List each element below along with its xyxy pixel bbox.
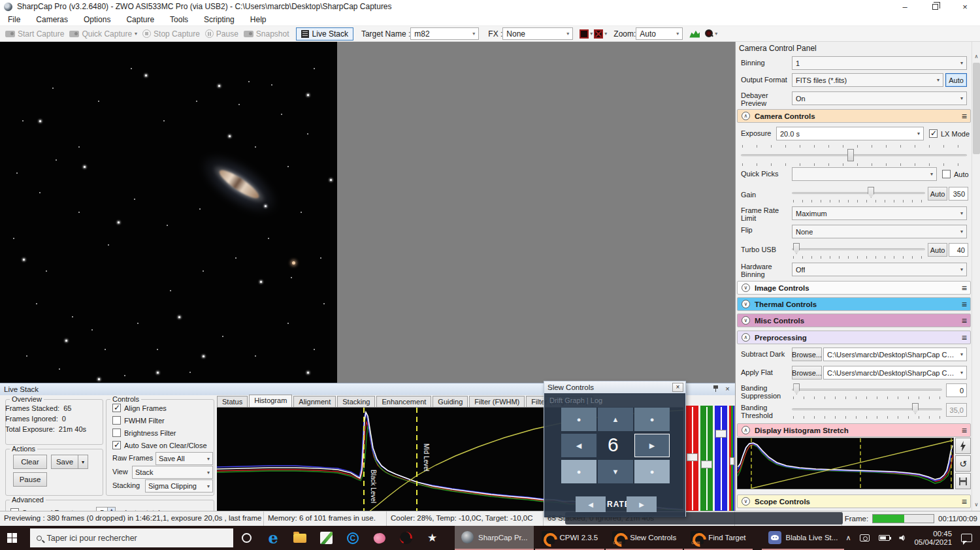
- hardware-binning-select[interactable]: Off: [792, 263, 967, 276]
- slew-close-icon[interactable]: ×: [672, 383, 683, 392]
- expand-icon[interactable]: ∨: [742, 283, 750, 292]
- section-menu-icon[interactable]: ≡: [962, 299, 966, 310]
- target-name-combo[interactable]: m82▾: [410, 27, 479, 40]
- start-button[interactable]: [0, 526, 30, 550]
- collapse-icon[interactable]: ∧: [742, 112, 750, 120]
- live-image-view[interactable]: [0, 42, 337, 383]
- align-frames-checkbox[interactable]: Align Frames: [112, 404, 167, 412]
- slew-down-button[interactable]: ▼: [598, 460, 633, 483]
- live-stack-button[interactable]: Live Stack: [296, 27, 353, 40]
- file-explorer-button[interactable]: [287, 526, 314, 550]
- stop-capture-button[interactable]: Stop Capture: [142, 29, 200, 39]
- banding-suppression-slider[interactable]: [792, 383, 942, 395]
- quick-picks-auto-checkbox[interactable]: Auto: [942, 170, 969, 178]
- fx-combo[interactable]: None▾: [502, 27, 573, 40]
- save-dropdown-button[interactable]: ▾: [78, 455, 88, 469]
- edge-button[interactable]: [260, 526, 287, 550]
- slew-left-button[interactable]: ◀: [561, 434, 596, 457]
- lx-mode-checkbox[interactable]: LX Mode: [929, 129, 970, 138]
- restore-icon[interactable]: [920, 0, 950, 13]
- binning-select[interactable]: 1: [792, 56, 967, 70]
- start-capture-button[interactable]: Start Capture: [5, 29, 64, 39]
- quick-picks-select[interactable]: [792, 167, 937, 181]
- auto-stretch-button[interactable]: [955, 438, 971, 454]
- taskbar-clock[interactable]: 00:45 05/04/2021: [914, 530, 952, 547]
- menu-capture[interactable]: Capture: [118, 15, 162, 24]
- dock-close-icon[interactable]: ×: [723, 385, 732, 394]
- collapse-icon[interactable]: ∧: [742, 426, 750, 434]
- turbo-usb-auto-button[interactable]: Auto: [928, 243, 947, 257]
- save-button[interactable]: Save: [51, 455, 78, 469]
- stacking-select[interactable]: Sigma Clipping: [145, 479, 213, 493]
- cortana-button[interactable]: [233, 526, 260, 550]
- turbo-usb-value[interactable]: 40: [949, 243, 968, 257]
- slew-se-button[interactable]: ●: [634, 460, 670, 483]
- rate-down-button[interactable]: ◀: [576, 496, 606, 512]
- raw-frames-select[interactable]: Save All: [155, 452, 213, 465]
- scrollbar-thumb[interactable]: [973, 63, 980, 154]
- banding-threshold-slider[interactable]: [792, 403, 942, 415]
- subtract-dark-browse-button[interactable]: Browse...: [792, 348, 822, 361]
- menu-scripting[interactable]: Scripting: [196, 15, 242, 24]
- menu-cameras[interactable]: Cameras: [28, 15, 76, 24]
- debayer-preview-select[interactable]: On: [792, 91, 967, 105]
- thermal-controls-section-header[interactable]: ∨ Thermal Controls ≡: [737, 297, 971, 311]
- output-format-auto-button[interactable]: Auto: [945, 73, 967, 87]
- section-menu-icon[interactable]: ≡: [962, 283, 966, 293]
- taskbar-app-find-target[interactable]: Find Target: [684, 526, 752, 550]
- expand-icon[interactable]: ∨: [742, 300, 750, 308]
- histogram-button[interactable]: [689, 30, 700, 38]
- selection-mode-button[interactable]: ▾: [594, 29, 607, 39]
- taskbar-search-input[interactable]: Taper ici pour rechercher: [30, 528, 234, 547]
- image-controls-section-header[interactable]: ∨ Image Controls ≡: [737, 281, 971, 295]
- view-select[interactable]: Stack: [132, 466, 213, 479]
- flip-select[interactable]: None: [792, 225, 967, 238]
- exposure-input[interactable]: 20.0 s: [776, 127, 924, 140]
- tab-stacking[interactable]: Stacking: [337, 396, 375, 407]
- panel-scrollbar[interactable]: ∧ ∨: [972, 42, 980, 511]
- menu-help[interactable]: Help: [242, 15, 274, 24]
- brightness-filter-checkbox[interactable]: Brightness Filter: [112, 429, 176, 437]
- subtract-dark-path-select[interactable]: C:\Users\marcb\Desktop\SharpCap Captu...: [823, 348, 967, 361]
- gain-auto-button[interactable]: Auto: [928, 187, 947, 201]
- slew-up-button[interactable]: ▲: [598, 408, 633, 431]
- section-menu-icon[interactable]: ≡: [962, 315, 966, 326]
- section-menu-icon[interactable]: ≡: [962, 425, 966, 436]
- section-menu-icon[interactable]: ≡: [962, 111, 966, 121]
- fwhm-filter-checkbox[interactable]: FWHM Filter: [112, 416, 165, 425]
- camera-controls-section-header[interactable]: ∧ Camera Controls ≡: [737, 109, 971, 123]
- apply-flat-browse-button[interactable]: Browse...: [792, 366, 822, 380]
- quick-capture-button[interactable]: Quick Capture▾: [69, 29, 137, 39]
- tab-enhancement[interactable]: Enhancement: [376, 396, 431, 407]
- pause-stack-button[interactable]: Pause: [13, 472, 47, 487]
- auto-save-checkbox[interactable]: Auto Save on Clear/Close: [112, 441, 207, 449]
- pause-button[interactable]: Pause: [205, 29, 238, 39]
- expand-icon[interactable]: ∨: [742, 316, 750, 325]
- taskbar-app-slew-controls[interactable]: Slew Controls: [606, 526, 683, 550]
- zoom-combo[interactable]: Auto▾: [636, 27, 683, 40]
- scroll-down-icon[interactable]: ∨: [972, 500, 980, 510]
- tab-alignment[interactable]: Alignment: [293, 396, 336, 407]
- green-channel-slider[interactable]: [700, 406, 713, 511]
- tab-status[interactable]: Status: [217, 396, 248, 407]
- expand-icon[interactable]: ∨: [742, 497, 750, 506]
- snapshot-button[interactable]: Snapshot: [244, 29, 289, 39]
- magnifier-button[interactable]: ▾: [705, 29, 717, 38]
- taskbar-app-sharpcap[interactable]: SharpCap Pr...: [455, 526, 534, 550]
- editor-button[interactable]: [313, 526, 340, 550]
- gain-slider[interactable]: [792, 187, 925, 199]
- section-menu-icon[interactable]: ≡: [962, 496, 966, 507]
- exposure-slider[interactable]: [741, 149, 967, 162]
- rate-up-button[interactable]: ▶: [627, 496, 657, 512]
- scroll-up-icon[interactable]: ∧: [972, 52, 980, 61]
- slew-right-button[interactable]: ▶: [634, 434, 670, 457]
- tab-filter-fwhm[interactable]: Filter (FWHM): [469, 396, 525, 407]
- slew-ne-button[interactable]: ●: [634, 408, 670, 431]
- copyright-app-button[interactable]: C: [340, 526, 367, 550]
- gain-value[interactable]: 350: [949, 187, 968, 201]
- volume-icon[interactable]: [899, 535, 905, 542]
- battery-icon[interactable]: [879, 535, 890, 541]
- minimize-icon[interactable]: –: [890, 0, 920, 13]
- notification-icon[interactable]: [961, 534, 972, 542]
- collapse-icon[interactable]: ∧: [742, 333, 750, 342]
